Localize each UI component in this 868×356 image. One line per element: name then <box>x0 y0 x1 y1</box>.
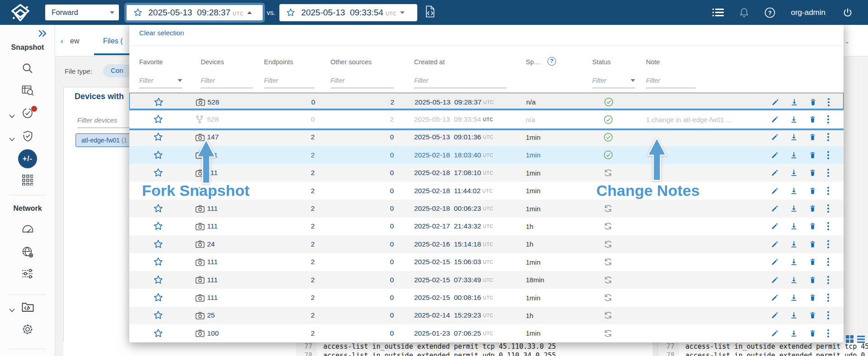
edit-note-button[interactable] <box>771 128 779 146</box>
sidebar-item-verification[interactable] <box>0 130 55 144</box>
chevron-down-icon[interactable] <box>9 306 15 314</box>
chevron-down-icon[interactable] <box>9 135 15 143</box>
delete-snapshot-button[interactable] <box>809 307 816 324</box>
sidebar-item-config-files[interactable] <box>0 301 55 314</box>
download-snapshot-button[interactable] <box>790 199 798 217</box>
device-chip-atl-edge-fw01[interactable]: atl-edge-fw01 (1 <box>75 133 132 147</box>
filter-status[interactable] <box>592 73 635 88</box>
download-snapshot-button[interactable] <box>790 128 798 146</box>
snapshot-b-selector[interactable]: 2025-05-13 09:33:54 UTC <box>279 4 417 21</box>
favorite-star-icon[interactable] <box>153 253 164 271</box>
edit-note-button[interactable] <box>771 110 779 128</box>
clear-selection-link[interactable]: Clear selection <box>139 29 184 37</box>
config-file-icon[interactable] <box>425 5 435 19</box>
filter-devices[interactable] <box>201 73 253 88</box>
download-snapshot-button[interactable] <box>790 324 798 342</box>
favorite-star-icon[interactable] <box>153 271 164 289</box>
download-snapshot-button[interactable] <box>790 110 798 128</box>
column-header-favorite[interactable]: Favorite <box>139 58 163 66</box>
download-snapshot-button[interactable] <box>790 289 798 306</box>
download-snapshot-button[interactable] <box>790 218 798 235</box>
favorite-star-icon[interactable] <box>153 218 164 235</box>
more-actions-button[interactable] <box>827 146 830 164</box>
snapshot-row[interactable]: 25202025-02-14 15:29:23UTC1h <box>129 307 844 324</box>
edit-note-button[interactable] <box>771 271 779 289</box>
more-actions-button[interactable] <box>827 164 830 182</box>
file-type-chip[interactable]: Con <box>103 64 132 77</box>
more-actions-button[interactable] <box>827 199 830 217</box>
edit-note-button[interactable] <box>771 253 779 271</box>
filter-devices-input[interactable] <box>201 77 253 84</box>
favorite-star-icon[interactable] <box>153 164 164 182</box>
delete-snapshot-button[interactable] <box>809 324 816 342</box>
sidebar-item-diff-compare[interactable]: +/- <box>0 152 55 168</box>
note-text[interactable]: 1 change in atl-edge-fw01 ... <box>646 110 770 128</box>
favorite-star-icon[interactable] <box>153 110 164 128</box>
filter-other-sources[interactable] <box>330 73 394 88</box>
more-actions-button[interactable] <box>827 110 830 128</box>
star-icon[interactable] <box>286 8 296 18</box>
tab-partial[interactable]: ew <box>70 37 79 45</box>
snapshot-row[interactable]: 111202025-02-18 17:08:10UTC1min <box>129 164 844 182</box>
notifications-bell-icon[interactable] <box>739 7 749 18</box>
snapshot-row[interactable]: 528022025-05-13 09:33:54UTCn/a1 change i… <box>129 110 844 128</box>
snapshot-a-selector[interactable]: 2025-05-13 09:28:37 UTC <box>126 4 264 21</box>
favorite-star-icon[interactable] <box>153 128 164 146</box>
favorite-star-icon[interactable] <box>153 289 164 306</box>
filter-created-at-input[interactable] <box>414 77 507 84</box>
delete-snapshot-button[interactable] <box>809 93 817 111</box>
favorite-star-icon[interactable] <box>153 307 164 324</box>
more-actions-button[interactable] <box>827 128 830 146</box>
column-header-other-sources[interactable]: Other sources <box>330 58 372 66</box>
sidebar-item-apps-grid[interactable] <box>0 175 55 187</box>
delete-snapshot-button[interactable] <box>809 164 816 182</box>
sidebar-item-preferences[interactable] <box>0 268 55 281</box>
filter-other-sources-input[interactable] <box>330 77 394 84</box>
delete-snapshot-button[interactable] <box>809 271 816 289</box>
help-icon[interactable]: ? <box>764 7 775 18</box>
more-actions-button[interactable] <box>827 253 830 271</box>
edit-note-button[interactable] <box>771 218 779 235</box>
grid-view-icon[interactable] <box>846 335 854 343</box>
edit-note-button[interactable] <box>771 182 779 199</box>
filter-note[interactable] <box>646 73 696 88</box>
edit-note-button[interactable] <box>771 164 779 182</box>
edit-note-button[interactable] <box>771 324 779 342</box>
download-snapshot-button[interactable] <box>790 307 798 324</box>
filter-note-input[interactable] <box>646 77 696 84</box>
more-actions-button[interactable] <box>827 182 830 199</box>
tab-back-chevron-icon[interactable]: ‹ <box>61 37 63 46</box>
column-header-status[interactable]: Status <box>592 58 611 66</box>
chevron-down-icon[interactable] <box>9 112 15 120</box>
list-view-icon[interactable] <box>857 335 865 343</box>
delete-snapshot-button[interactable] <box>809 253 816 271</box>
sidebar-expand-icon[interactable] <box>38 29 48 39</box>
favorite-star-icon[interactable] <box>153 146 164 164</box>
delete-snapshot-button[interactable] <box>809 182 816 199</box>
sidebar-item-search[interactable] <box>0 62 55 76</box>
sidebar-item-settings[interactable] <box>0 323 55 337</box>
sp-help-icon[interactable]: ? <box>547 57 556 66</box>
download-snapshot-button[interactable] <box>790 271 798 289</box>
sidebar-item-snapshot-history[interactable] <box>0 107 55 121</box>
more-actions-button[interactable] <box>827 93 830 111</box>
snapshot-row[interactable]: 111202025-02-17 21:43:32UTC1h <box>129 218 844 235</box>
edit-note-button[interactable] <box>771 199 779 217</box>
chevron-down-icon[interactable] <box>631 79 635 82</box>
snapshot-row[interactable]: 24202025-02-16 15:14:18UTC1h <box>129 235 844 253</box>
diff-pane-divider[interactable] <box>653 342 658 356</box>
download-snapshot-button[interactable] <box>790 235 798 253</box>
snapshot-row[interactable]: 111202025-02-15 07:33:49UTC18min <box>129 271 844 289</box>
snapshot-row[interactable]: 111202025-02-18 18:03:40UTC1min <box>129 146 844 164</box>
more-actions-button[interactable] <box>827 289 830 306</box>
column-header-note[interactable]: Note <box>646 58 660 66</box>
snapshot-row[interactable]: 528022025-05-13 09:28:37UTCn/a <box>129 93 844 110</box>
more-actions-button[interactable] <box>827 324 830 342</box>
edit-note-button[interactable] <box>771 146 779 164</box>
download-snapshot-button[interactable] <box>790 182 798 199</box>
edit-note-button[interactable] <box>771 289 779 306</box>
snapshot-row[interactable]: 111202025-02-18 00:06:23UTC1min <box>129 199 844 217</box>
logout-power-icon[interactable] <box>843 8 853 18</box>
delete-snapshot-button[interactable] <box>809 235 816 253</box>
filter-favorite-input[interactable] <box>139 77 178 84</box>
